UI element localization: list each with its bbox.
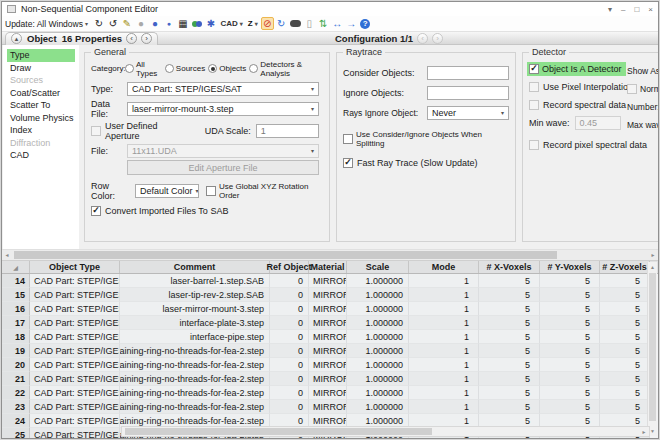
object-viewer-icon[interactable]: ● — [162, 17, 175, 30]
column-header--z-voxels[interactable]: # Z-Voxels — [600, 261, 650, 273]
min-wave-input[interactable]: 0.45 — [575, 116, 621, 130]
scroll-right-icon[interactable] — [648, 250, 658, 260]
cell-material[interactable]: MIRROR — [309, 358, 347, 372]
cell-object-type[interactable]: CAD Part: STEP/IGES/SAT▾ — [30, 414, 120, 428]
cell-comment[interactable]: interface-plate-3.step — [120, 316, 270, 330]
cell-material[interactable]: MIRROR — [309, 330, 347, 344]
cell-y-voxels[interactable]: 5 — [540, 386, 600, 400]
rays-ignore-object-select[interactable]: Never ▾ — [427, 106, 509, 120]
cell-object-type[interactable]: CAD Part: STEP/IGES/SAT▾ — [30, 316, 120, 330]
column-header-scale[interactable]: Scale — [347, 261, 409, 273]
cell-object-type[interactable]: CAD Part: STEP/IGES/SAT▾ — [30, 358, 120, 372]
cell-comment[interactable]: retaining-ring-no-threads-for-fea-2.step — [120, 372, 270, 386]
table-corner-header[interactable]: ◢ — [2, 261, 30, 273]
cell-material[interactable]: MIRROR — [309, 372, 347, 386]
cell-y-voxels[interactable]: 5 — [540, 330, 600, 344]
cell-ref-object[interactable]: 0 — [270, 302, 309, 316]
maximize-icon[interactable]: □ — [634, 5, 639, 14]
next-object-button[interactable]: › — [141, 33, 152, 44]
column-header--x-voxels[interactable]: # X-Voxels — [479, 261, 540, 273]
sidebar-item-type[interactable]: Type — [7, 49, 75, 62]
cell-scale[interactable]: 1.000000 — [347, 372, 409, 386]
consider-objects-input[interactable] — [427, 66, 509, 80]
cell-comment[interactable]: retaining-ring-no-threads-for-fea-2.step — [120, 344, 270, 358]
toggle-icon[interactable] — [289, 17, 302, 30]
table-row[interactable]: 23CAD Part: STEP/IGES/SAT▾retaining-ring… — [2, 400, 658, 414]
consider-ignore-splitting-checkbox[interactable] — [343, 134, 353, 144]
cell-scale[interactable]: 1.000000 — [347, 344, 409, 358]
cell-z-voxels[interactable]: 5 — [600, 274, 650, 288]
cell-ref-object[interactable]: 0 — [270, 274, 309, 288]
scroll-left-icon[interactable] — [2, 250, 12, 260]
shaded-model-blue-icon[interactable]: ● — [148, 17, 161, 30]
convert-to-sab-checkbox[interactable] — [91, 206, 101, 216]
ray-database-icon[interactable] — [190, 17, 203, 30]
refresh-arc-icon[interactable]: ↻ — [275, 17, 288, 30]
swap-vertical-icon[interactable]: ⇅ — [317, 17, 330, 30]
scrollbar-thumb[interactable] — [125, 428, 432, 435]
table-row[interactable]: 14CAD Part: STEP/IGES/SAT▾laser-barrel-1… — [2, 274, 658, 288]
cell-z-voxels[interactable]: 5 — [600, 316, 650, 330]
record-spectral-data-checkbox[interactable] — [529, 100, 539, 110]
scrollbar-thumb[interactable] — [14, 251, 557, 259]
cell-object-type[interactable]: CAD Part: STEP/IGES/SAT▾ — [30, 400, 120, 414]
new-document-icon[interactable]: ▯ — [303, 17, 316, 30]
radio-sources[interactable] — [165, 64, 174, 73]
update-all-icon[interactable]: ↺ — [106, 17, 119, 30]
cell-object-type[interactable]: CAD Part: STEP/IGES/SAT▾ — [30, 344, 120, 358]
cell-row-number[interactable]: 24 — [2, 414, 30, 428]
cell-object-type[interactable]: CAD Part: STEP/IGES/SAT▾ — [30, 274, 120, 288]
cell-row-number[interactable]: 20 — [2, 358, 30, 372]
cell-material[interactable]: MIRROR — [309, 274, 347, 288]
cell-row-number[interactable]: 14 — [2, 274, 30, 288]
normal-checkbox[interactable] — [627, 84, 637, 94]
cell-y-voxels[interactable]: 5 — [540, 316, 600, 330]
table-row[interactable]: 22CAD Part: STEP/IGES/SAT▾retaining-ring… — [2, 386, 658, 400]
cell-x-voxels[interactable]: 5 — [479, 302, 540, 316]
cell-material[interactable]: MIRROR — [309, 344, 347, 358]
sidebar-item-sources[interactable]: Sources — [7, 74, 75, 87]
cell-z-voxels[interactable]: 5 — [600, 302, 650, 316]
cell-material[interactable]: MIRROR — [309, 400, 347, 414]
table-row[interactable]: 17CAD Part: STEP/IGES/SAT▾interface-plat… — [2, 316, 658, 330]
table-vertical-scrollbar[interactable] — [647, 262, 657, 436]
cell-x-voxels[interactable]: 5 — [479, 400, 540, 414]
cell-z-voxels[interactable]: 5 — [600, 372, 650, 386]
user-defined-aperture-checkbox[interactable] — [91, 126, 101, 136]
cell-object-type[interactable]: CAD Part: STEP/IGES/SAT▾ — [30, 288, 120, 302]
cell-mode[interactable]: 1 — [409, 288, 479, 302]
cell-row-number[interactable]: 21 — [2, 372, 30, 386]
cell-scale[interactable]: 1.000000 — [347, 288, 409, 302]
data-file-select[interactable]: laser-mirror-mount-3.step ▾ — [127, 102, 319, 116]
cell-mode[interactable]: 1 — [409, 400, 479, 414]
cell-mode[interactable]: 1 — [409, 316, 479, 330]
cell-scale[interactable]: 1.000000 — [347, 358, 409, 372]
cell-object-type[interactable]: CAD Part: STEP/IGES/SAT▾ — [30, 428, 120, 439]
cell-row-number[interactable]: 19 — [2, 344, 30, 358]
cell-scale[interactable]: 1.000000 — [347, 400, 409, 414]
cad-dropdown[interactable]: CAD▾ — [218, 17, 244, 30]
cell-scale[interactable]: 1.000000 — [347, 386, 409, 400]
table-horizontal-scrollbar[interactable] — [121, 426, 650, 437]
cell-ref-object[interactable]: 0 — [270, 288, 309, 302]
cell-y-voxels[interactable]: 5 — [540, 400, 600, 414]
help-icon[interactable]: ? — [359, 17, 372, 30]
cell-x-voxels[interactable]: 5 — [479, 372, 540, 386]
cell-row-number[interactable]: 23 — [2, 400, 30, 414]
cell-mode[interactable]: 1 — [409, 302, 479, 316]
cell-y-voxels[interactable]: 5 — [540, 288, 600, 302]
row-color-select[interactable]: Default Color ▾ — [135, 184, 199, 198]
cell-ref-object[interactable]: 0 — [270, 330, 309, 344]
cell-z-voxels[interactable]: 5 — [600, 400, 650, 414]
cell-comment[interactable]: laser-tip-rev-2.step.SAB — [120, 288, 270, 302]
scroll-right-icon[interactable] — [639, 427, 649, 436]
cell-x-voxels[interactable]: 5 — [479, 316, 540, 330]
cell-ref-object[interactable]: 0 — [270, 358, 309, 372]
fast-ray-trace-checkbox[interactable] — [343, 158, 353, 168]
cell-row-number[interactable]: 17 — [2, 316, 30, 330]
detector-viewer-icon[interactable]: ▦ — [176, 17, 189, 30]
cell-x-voxels[interactable]: 5 — [479, 344, 540, 358]
cell-y-voxels[interactable]: 5 — [540, 344, 600, 358]
table-row[interactable]: 19CAD Part: STEP/IGES/SAT▾retaining-ring… — [2, 344, 658, 358]
cell-object-type[interactable]: CAD Part: STEP/IGES/SAT▾ — [30, 330, 120, 344]
